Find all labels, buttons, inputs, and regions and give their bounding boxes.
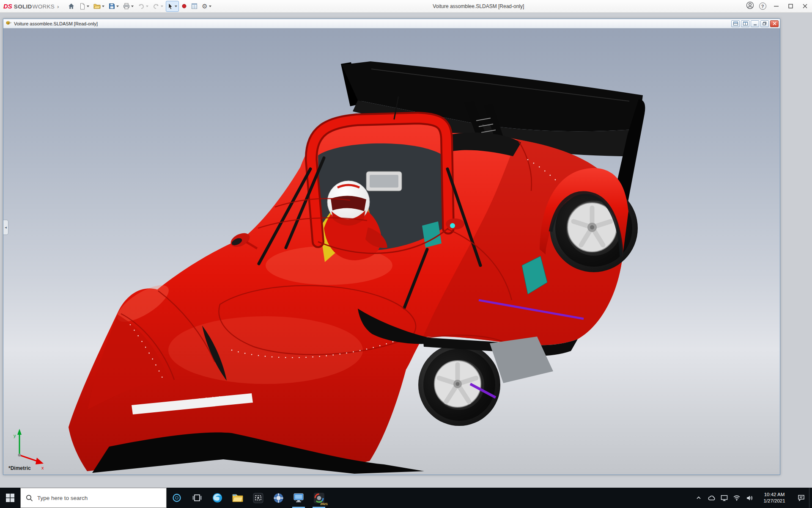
action-center-icon [798,494,805,501]
monitor-icon [721,495,728,501]
edrawings-button[interactable] [268,488,288,508]
red-dot-icon [181,3,187,9]
redo-button[interactable] [151,1,165,12]
document-title: Voiture assomblee.SLDASM [Read-only] [14,21,730,26]
new-document-icon [79,3,85,10]
display-tray-button[interactable] [718,488,730,508]
task-view-button[interactable] [187,488,207,508]
show-desktop-button[interactable] [809,488,812,508]
quick-access-toolbar: ⚙ [66,1,213,12]
new-document-button[interactable] [77,1,91,12]
display-app-button[interactable] [288,488,309,508]
select-tool-dropdown[interactable] [175,6,177,7]
document-window: Voiture assomblee.SLDASM [Read-only] [3,19,780,475]
taskbar-clock[interactable]: 10:42 AM 1/27/2021 [756,488,793,508]
select-cursor-icon [167,3,173,10]
clock-time: 10:42 AM [764,491,785,498]
edge-button[interactable] [207,488,228,508]
options-dropdown[interactable] [209,6,211,7]
print-dropdown[interactable] [131,6,134,7]
onedrive-tray-button[interactable] [705,488,718,508]
snip-tool-button[interactable] [248,488,268,508]
monitor-app-icon [293,493,304,503]
mouse-gesture-button[interactable] [180,1,189,12]
view-orientation-label: *Dimetric [8,465,31,471]
taskbar-search[interactable] [20,488,167,508]
clock-date: 1/27/2021 [763,498,785,504]
doc-close-icon [773,22,776,25]
redo-icon [153,3,159,9]
feature-tree-flyout-tab[interactable]: ◂ [3,220,8,235]
action-center-button[interactable] [793,488,809,508]
solidworks-app: { "app_titlebar": { "brand_ds": "DS", "b… [0,0,812,508]
print-button[interactable] [121,1,135,12]
chevron-up-icon [696,495,702,501]
save-button[interactable] [107,1,121,12]
titlebar-right-controls: ? [743,0,812,12]
solidworks-year-badge: 2021 [320,502,328,506]
save-icon [109,3,115,9]
redo-dropdown[interactable] [161,6,163,7]
options-button[interactable]: ⚙ [200,1,213,12]
graphics-area[interactable]: y x *Dimetric ◂ [3,28,780,475]
system-tray: 10:42 AM 1/27/2021 [692,488,812,508]
file-explorer-button[interactable] [228,488,248,508]
doc-minimize-button[interactable] [751,20,759,27]
app-titlebar: DS SOLID WORKS › [0,0,812,13]
open-button[interactable] [92,1,106,12]
new-document-dropdown[interactable] [87,6,89,7]
open-dropdown[interactable] [102,6,104,7]
doc-restore-button[interactable] [760,20,769,27]
app-maximize-button[interactable] [783,0,798,13]
brand-expand-arrow[interactable]: › [57,4,59,10]
properties-button[interactable] [189,1,199,12]
undo-button[interactable] [136,1,150,12]
app-close-button[interactable] [798,0,812,13]
document-titlebar[interactable]: Voiture assomblee.SLDASM [Read-only] [3,19,780,28]
account-button[interactable] [743,0,756,13]
edrawings-icon [273,493,284,503]
file-explorer-icon [232,493,243,502]
workspace-background: Voiture assomblee.SLDASM [Read-only] [0,13,812,488]
help-icon: ? [759,3,766,10]
home-icon [68,3,75,10]
tile-horizontal-icon [733,22,738,25]
save-dropdown[interactable] [116,6,119,7]
search-input[interactable] [37,495,161,501]
task-view-icon [192,493,202,503]
cortana-icon [172,493,182,503]
solidworks-logo[interactable]: DS SOLID WORKS › [3,3,59,10]
edge-icon [212,492,223,503]
hidden-icons-button[interactable] [692,488,705,508]
ds-logo: DS [3,3,12,10]
select-tool-button[interactable] [166,1,179,12]
left-rear-wheel [418,344,500,426]
orientation-triad: y x [14,429,44,470]
svg-text:x: x [41,465,44,470]
account-icon [746,1,754,11]
doc-tile-vertical-button[interactable] [741,20,749,27]
windows-taskbar: 2021 10:42 AM 1/27/2021 [0,488,812,508]
search-icon [26,494,33,502]
undo-dropdown[interactable] [146,6,148,7]
solidworks-taskbar-button[interactable]: 2021 [309,488,329,508]
start-button[interactable] [0,488,20,508]
volume-tray-button[interactable] [743,488,756,508]
print-icon [123,3,130,9]
undo-icon [138,3,145,9]
cortana-button[interactable] [167,488,187,508]
wifi-icon [733,495,741,501]
properties-table-icon [191,3,198,9]
doc-tile-horizontal-button[interactable] [731,20,740,27]
help-button[interactable]: ? [756,0,769,13]
doc-minimize-icon [753,22,757,25]
snip-tool-icon [253,493,263,503]
tile-vertical-icon [743,22,748,25]
home-button[interactable] [66,1,77,12]
doc-close-button[interactable] [770,20,779,27]
doc-restore-icon [763,22,767,25]
cloud-icon [708,495,715,501]
network-tray-button[interactable] [730,488,743,508]
close-icon [803,3,807,10]
app-minimize-button[interactable] [769,0,783,13]
